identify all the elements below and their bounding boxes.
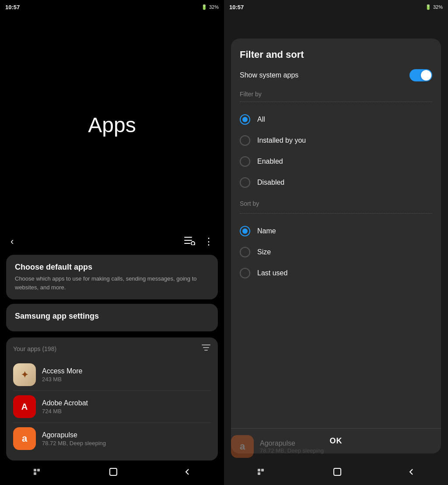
recent-apps-button[interactable] — [33, 468, 42, 478]
filter-option-installed-by-you[interactable]: Installed by you — [240, 130, 432, 151]
right-status-bar: 10:57 🔋 32% — [224, 0, 448, 14]
access-more-info: Access More 243 MB — [42, 367, 211, 383]
svg-line-4 — [194, 245, 195, 245]
show-system-apps-row: Show system apps — [240, 69, 432, 81]
sort-by-label: Sort by — [240, 200, 432, 207]
sort-option-last-used[interactable]: Last used — [240, 263, 432, 284]
bg-agora-icon: a — [231, 435, 254, 458]
right-panel: 10:57 🔋 32% Filter and sort Show system … — [224, 0, 448, 485]
svg-rect-12 — [258, 469, 260, 471]
access-more-size: 243 MB — [42, 376, 211, 383]
radio-all — [240, 114, 250, 125]
samsung-settings-card[interactable]: Samsung app settings — [6, 304, 218, 331]
filter-title: Filter and sort — [240, 49, 432, 60]
filter-all-label: All — [257, 116, 265, 123]
right-back-button[interactable] — [408, 467, 415, 479]
radio-last-used — [240, 268, 250, 278]
nav-right-icons: ⋮ — [184, 235, 214, 248]
svg-rect-9 — [37, 469, 40, 471]
left-battery: 32% — [209, 4, 219, 10]
search-filter-button[interactable] — [184, 235, 195, 248]
svg-rect-11 — [110, 468, 117, 475]
left-panel: 10:57 🔋 32% Apps ‹ ⋮ — [0, 0, 224, 485]
right-status-icons: 🔋 32% — [425, 4, 443, 10]
radio-installed-by-you — [240, 135, 250, 146]
show-system-apps-label: Show system apps — [240, 71, 298, 79]
background-app-row: a Agorapulse 78.72 MB, Deep sleeping — [231, 435, 441, 458]
right-bottom-nav — [224, 460, 448, 485]
radio-name — [240, 226, 250, 236]
bg-agora-name: Agorapulse — [260, 439, 324, 447]
svg-rect-15 — [334, 468, 341, 475]
filter-option-all[interactable]: All — [240, 109, 432, 130]
cards-list: Choose default apps Choose which apps to… — [0, 255, 224, 460]
right-signal-icon: 🔋 — [425, 4, 431, 10]
home-button[interactable] — [108, 467, 118, 479]
app-item-agora[interactable]: a Agorapulse 78.72 MB, Deep sleeping — [13, 423, 211, 454]
agora-name: Agorapulse — [42, 431, 211, 439]
agora-size: 78.72 MB, Deep sleeping — [42, 440, 211, 446]
filter-by-label: Filter by — [240, 91, 262, 98]
toggle-knob — [421, 70, 431, 81]
left-status-icons: 🔋 32% — [201, 4, 219, 10]
default-apps-title: Choose default apps — [15, 263, 209, 272]
sort-icon[interactable] — [201, 344, 211, 354]
adobe-name: Adobe Acrobat — [42, 399, 211, 407]
bg-agora-info: Agorapulse 78.72 MB, Deep sleeping — [260, 439, 324, 454]
right-recent-button[interactable] — [257, 468, 266, 478]
app-item-access-more[interactable]: ✦ Access More 243 MB — [13, 359, 211, 391]
sort-last-used-label: Last used — [257, 269, 287, 277]
filter-content: Filter and sort Show system apps Filter … — [231, 39, 441, 428]
right-time: 10:57 — [229, 4, 244, 11]
filter-divider — [240, 102, 432, 102]
back-button[interactable]: ‹ — [10, 236, 14, 247]
left-bottom-nav — [0, 460, 224, 485]
radio-size — [240, 247, 250, 257]
sort-divider — [240, 213, 432, 214]
sort-name-label: Name — [257, 227, 276, 235]
sort-size-label: Size — [257, 248, 271, 256]
left-time: 10:57 — [5, 4, 20, 11]
right-home-button[interactable] — [332, 467, 342, 479]
bg-agora-size: 78.72 MB, Deep sleeping — [260, 447, 324, 454]
nav-row: ‹ ⋮ — [0, 235, 224, 248]
show-system-apps-toggle[interactable] — [410, 69, 432, 81]
samsung-settings-title: Samsung app settings — [15, 312, 209, 321]
apps-header: Your apps (198) — [13, 344, 211, 354]
apps-section: Your apps (198) ✦ Access More 243 MB — [6, 337, 218, 460]
left-status-bar: 10:57 🔋 32% — [0, 0, 224, 14]
back-gesture-button[interactable] — [184, 467, 191, 479]
access-more-name: Access More — [42, 367, 211, 375]
svg-rect-8 — [34, 469, 36, 471]
agora-icon: a — [13, 427, 36, 450]
default-apps-card[interactable]: Choose default apps Choose which apps to… — [6, 255, 218, 299]
adobe-icon: A — [13, 395, 36, 418]
sort-option-name[interactable]: Name — [240, 221, 432, 242]
filter-option-enabled[interactable]: Enabled — [240, 151, 432, 172]
svg-rect-14 — [258, 472, 260, 475]
app-item-adobe[interactable]: A Adobe Acrobat 724 MB — [13, 391, 211, 423]
filter-installed-label: Installed by you — [257, 137, 306, 144]
title-area: Apps — [0, 14, 224, 235]
radio-disabled — [240, 177, 250, 188]
default-apps-desc: Choose which apps to use for making call… — [15, 274, 209, 292]
agora-info: Agorapulse 78.72 MB, Deep sleeping — [42, 431, 211, 446]
sort-option-size[interactable]: Size — [240, 242, 432, 263]
svg-rect-13 — [261, 469, 264, 471]
filter-disabled-label: Disabled — [257, 179, 284, 186]
adobe-info: Adobe Acrobat 724 MB — [42, 399, 211, 415]
access-more-icon: ✦ — [13, 363, 36, 386]
apps-count-label: Your apps (198) — [13, 345, 56, 352]
right-battery: 32% — [433, 4, 443, 10]
filter-option-disabled[interactable]: Disabled — [240, 172, 432, 193]
filter-enabled-label: Enabled — [257, 158, 283, 165]
adobe-size: 724 MB — [42, 408, 211, 415]
svg-rect-10 — [34, 472, 36, 475]
filter-panel: Filter and sort Show system apps Filter … — [231, 39, 441, 453]
signal-icon: 🔋 — [201, 4, 207, 10]
radio-enabled — [240, 156, 250, 167]
page-title: Apps — [88, 113, 136, 137]
more-options-button[interactable]: ⋮ — [204, 236, 214, 247]
